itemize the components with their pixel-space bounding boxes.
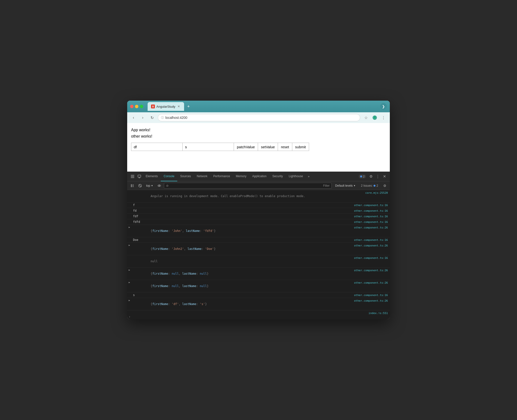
tab-performance[interactable]: Performance (210, 172, 233, 181)
traffic-lights (130, 105, 143, 108)
context-selector[interactable]: top ▼ (145, 184, 155, 188)
console-row: ▶ {firstName: 'John2', lastName: 'Doe'} … (127, 243, 390, 255)
tab-application[interactable]: Application (249, 172, 269, 181)
tab-lighthouse[interactable]: Lighthouse (286, 172, 306, 181)
console-clear-button[interactable] (137, 183, 143, 189)
close-button[interactable] (130, 105, 134, 108)
svg-rect-4 (131, 177, 134, 178)
context-label: top (146, 184, 150, 187)
console-row: fdf other.component.ts:16 (127, 214, 390, 219)
console-message: {firstName: null, lastName: null} (133, 269, 352, 279)
console-link[interactable]: other.component.ts:16 (354, 215, 388, 218)
console-row: Doe other.component.ts:16 (127, 237, 390, 243)
app-works-text: App works! (131, 127, 386, 133)
svg-rect-2 (131, 175, 134, 175)
svg-point-1 (374, 116, 376, 118)
page-content: App works! other works! patchValue setVa… (127, 123, 390, 172)
tab-sources[interactable]: Sources (177, 172, 194, 181)
svg-rect-8 (131, 184, 132, 187)
title-bar: A AngularStudy ✕ + ❯ (127, 101, 390, 112)
tab-memory[interactable]: Memory (233, 172, 249, 181)
console-link[interactable]: other.component.ts:16 (354, 256, 388, 260)
more-tabs-button[interactable]: » (306, 174, 312, 179)
new-tab-button[interactable]: + (185, 103, 192, 110)
console-row: [webpack-dev-server] App updated. Recomp… (127, 310, 390, 314)
console-link[interactable]: other.component.ts:26 (354, 269, 388, 272)
console-link[interactable]: other.component.ts:26 (354, 281, 388, 284)
console-input[interactable] (132, 315, 388, 318)
console-row: ▶ {firstName: null, lastName: null} othe… (127, 268, 390, 280)
svg-rect-3 (131, 176, 134, 177)
console-link[interactable]: other.component.ts:16 (354, 204, 388, 207)
forward-button[interactable]: › (139, 114, 146, 121)
console-message: Doe (133, 238, 352, 242)
devtools-inspect-button[interactable] (136, 173, 143, 180)
url-bar[interactable]: ⓘ localhost:4200 (158, 114, 360, 121)
set-value-button[interactable]: setValue (258, 143, 278, 151)
issues-badge-dot (360, 175, 362, 177)
console-row: fd other.component.ts:16 (127, 208, 390, 214)
devtools-toggle-button[interactable] (129, 173, 136, 180)
expand-button[interactable]: ❯ (380, 103, 387, 110)
last-name-input[interactable] (183, 143, 234, 151)
console-row: ▶ {firstName: 'df', lastName: 's'} other… (127, 298, 390, 310)
console-link[interactable]: other.component.ts:16 (354, 220, 388, 224)
tab-close-button[interactable]: ✕ (177, 105, 181, 108)
console-link[interactable]: other.component.ts:16 (354, 238, 388, 242)
submit-button[interactable]: submit (292, 143, 309, 151)
console-toolbar: top ▼ ⊘ Filter Default levels ▼ 2 Issues… (127, 181, 390, 190)
eye-button[interactable] (156, 183, 162, 189)
console-link[interactable]: index.js:551 (369, 312, 388, 314)
console-link[interactable]: other.component.ts:26 (354, 226, 388, 229)
active-tab[interactable]: A AngularStudy ✕ (148, 102, 184, 111)
address-actions: ☆ ⋮ (363, 114, 387, 121)
browser-window: A AngularStudy ✕ + ❯ ‹ › ↻ ⓘ localhost:4… (127, 101, 390, 319)
filter-label: Filter (323, 184, 330, 187)
tab-console[interactable]: Console (161, 172, 177, 181)
expand-arrow-icon[interactable]: ▶ (129, 299, 130, 302)
console-sidebar-button[interactable] (129, 183, 135, 189)
console-row: null other.component.ts:16 (127, 255, 390, 268)
reset-button[interactable]: reset (278, 143, 292, 151)
profile-button[interactable] (371, 114, 378, 121)
default-levels-selector[interactable]: Default levels ▼ (333, 184, 357, 188)
reload-button[interactable]: ↻ (149, 114, 155, 121)
devtools-tab-bar: Elements Console Sources Network Perform… (127, 172, 390, 181)
console-message: {firstName: null, lastName: null} (133, 281, 352, 291)
devtools-close-button[interactable]: ✕ (381, 173, 388, 180)
console-message: {firstName: 'df', lastName: 's'} (133, 299, 352, 309)
expand-arrow-icon[interactable]: ▶ (129, 226, 130, 228)
console-link[interactable]: other.component.ts:16 (354, 294, 388, 297)
console-message: {firstName: 'John2', lastName: 'Doe'} (133, 244, 352, 254)
back-button[interactable]: ‹ (130, 114, 137, 121)
first-name-input[interactable] (131, 143, 183, 151)
menu-button[interactable]: ⋮ (380, 114, 387, 121)
console-message: Angular is running in development mode. … (133, 191, 363, 201)
console-message: [webpack-dev-server] App updated. Recomp… (133, 311, 367, 314)
maximize-button[interactable] (140, 105, 143, 108)
expand-arrow-icon[interactable]: ▶ (129, 244, 130, 246)
devtools-settings-button[interactable]: ⚙ (367, 173, 374, 180)
expand-arrow-icon[interactable]: ▶ (129, 269, 130, 271)
bookmark-button[interactable]: ☆ (363, 114, 369, 121)
console-link[interactable]: other.component.ts:26 (354, 244, 388, 247)
svg-rect-5 (138, 175, 141, 177)
console-message: {firstName: 'John', lastName: 'fdfd'} (133, 226, 352, 236)
url-text: localhost:4200 (165, 116, 187, 120)
minimize-button[interactable] (135, 105, 138, 108)
console-row: ▶ {firstName: null, lastName: null} othe… (127, 280, 390, 292)
console-settings-button[interactable]: ⚙ (382, 183, 388, 189)
console-link[interactable]: other.component.ts:16 (354, 209, 388, 212)
console-output[interactable]: Angular is running in development mode. … (127, 190, 390, 314)
devtools-panel: Elements Console Sources Network Perform… (127, 172, 390, 319)
tab-network[interactable]: Network (194, 172, 210, 181)
info-icon: ⓘ (161, 116, 164, 120)
patch-value-button[interactable]: patchValue (234, 143, 258, 151)
devtools-more-button[interactable]: ⋮ (374, 173, 381, 180)
filter-input[interactable] (170, 184, 322, 187)
console-link[interactable]: core.mjs:25520 (365, 191, 388, 194)
expand-arrow-icon[interactable]: ▶ (129, 281, 130, 284)
console-link[interactable]: other.component.ts:26 (354, 299, 388, 302)
tab-elements[interactable]: Elements (143, 172, 161, 181)
tab-security[interactable]: Security (269, 172, 286, 181)
